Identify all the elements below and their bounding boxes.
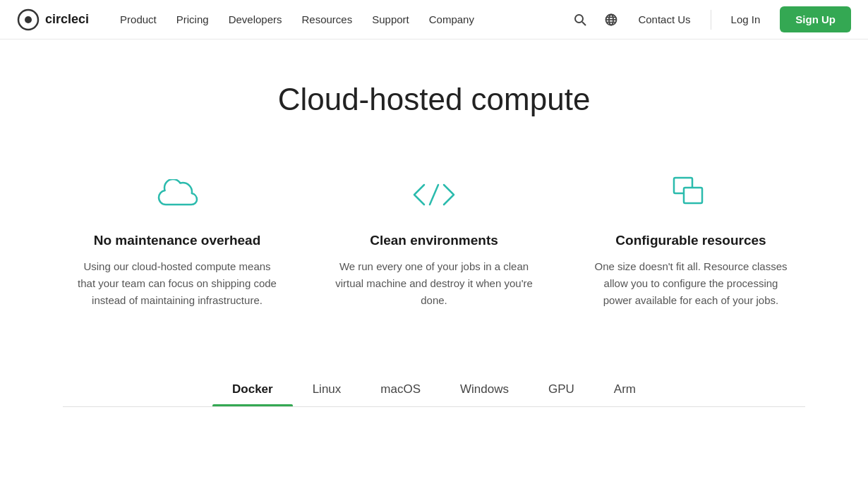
svg-point-2: [575, 15, 583, 23]
tab-macos[interactable]: macOS: [361, 372, 440, 406]
nav-item-resources[interactable]: Resources: [294, 8, 361, 31]
navbar: circleci Product Pricing Developers Reso…: [0, 0, 868, 40]
feature-title-clean-environments: Clean environments: [370, 233, 498, 248]
logo-text: circleci: [45, 12, 89, 27]
nav-item-product[interactable]: Product: [111, 8, 165, 31]
nav-item-developers[interactable]: Developers: [220, 8, 291, 31]
grid-icon-container: [671, 174, 711, 216]
search-icon: [574, 13, 586, 26]
feature-card-clean-environments: Clean environments We run every one of y…: [320, 159, 548, 323]
language-button[interactable]: [598, 7, 624, 32]
tab-windows[interactable]: Windows: [440, 372, 529, 406]
tab-linux[interactable]: Linux: [293, 372, 361, 406]
cloud-icon: [156, 179, 198, 210]
feature-title-no-maintenance: No maintenance overhead: [94, 233, 261, 248]
nav-item-support[interactable]: Support: [363, 8, 418, 31]
features-grid: No maintenance overhead Using our cloud-…: [63, 159, 805, 323]
nav-item-company[interactable]: Company: [421, 8, 483, 31]
code-icon-container: [411, 174, 457, 216]
globe-icon: [605, 13, 617, 26]
signup-button[interactable]: Sign Up: [780, 6, 851, 32]
feature-card-no-maintenance: No maintenance overhead Using our cloud-…: [63, 159, 291, 323]
svg-line-9: [430, 185, 438, 205]
circleci-logo-icon: [17, 8, 40, 31]
login-link[interactable]: Log In: [723, 8, 769, 31]
tab-docker[interactable]: Docker: [212, 372, 293, 406]
svg-point-1: [25, 16, 32, 23]
tab-gpu[interactable]: GPU: [529, 372, 594, 406]
feature-desc-no-maintenance: Using our cloud-hosted compute means tha…: [77, 258, 277, 309]
tabs-container: Docker Linux macOS Windows GPU Arm: [63, 372, 805, 406]
nav-right: Contact Us Log In Sign Up: [567, 6, 851, 32]
tab-arm[interactable]: Arm: [594, 372, 656, 406]
page-title: Cloud-hosted compute: [63, 82, 805, 117]
feature-desc-configurable-resources: One size doesn't fit all. Resource class…: [591, 258, 791, 309]
svg-line-3: [582, 22, 586, 25]
nav-divider: [711, 10, 711, 30]
feature-title-configurable-resources: Configurable resources: [615, 233, 766, 248]
code-icon: [411, 182, 457, 207]
nav-links: Product Pricing Developers Resources Sup…: [111, 8, 567, 31]
tabs-wrapper: Docker Linux macOS Windows GPU Arm: [63, 372, 805, 407]
nav-item-pricing[interactable]: Pricing: [168, 8, 217, 31]
resources-icon: [671, 175, 711, 214]
main-content: Cloud-hosted compute No maintenance over…: [46, 40, 822, 407]
search-button[interactable]: [567, 7, 593, 32]
feature-card-configurable-resources: Configurable resources One size doesn't …: [577, 159, 805, 323]
svg-rect-11: [684, 188, 702, 203]
contact-us-link[interactable]: Contact Us: [629, 8, 699, 31]
cloud-icon-container: [156, 174, 198, 216]
feature-desc-clean-environments: We run every one of your jobs in a clean…: [334, 258, 534, 309]
logo-link[interactable]: circleci: [17, 8, 89, 31]
